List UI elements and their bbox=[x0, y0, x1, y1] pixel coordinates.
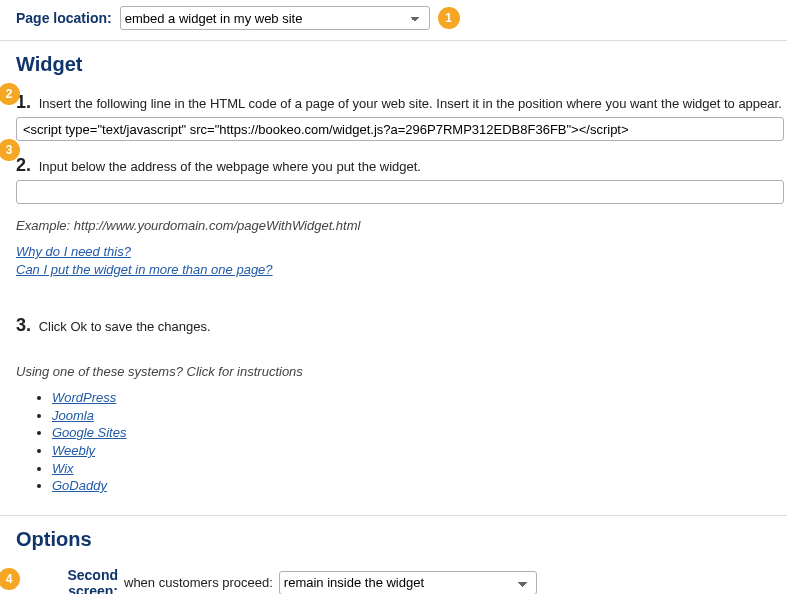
step-1-text: Insert the following line in the HTML co… bbox=[39, 96, 782, 111]
second-screen-sub: when customers proceed: bbox=[124, 575, 273, 590]
link-multiple-pages[interactable]: Can I put the widget in more than one pa… bbox=[16, 262, 273, 277]
list-item: Google Sites bbox=[52, 424, 787, 442]
system-link-wix[interactable]: Wix bbox=[52, 461, 74, 476]
step-2-text: Input below the address of the webpage w… bbox=[39, 159, 421, 174]
system-link-wordpress[interactable]: WordPress bbox=[52, 390, 116, 405]
step-3-number: 3. bbox=[16, 315, 31, 335]
list-item: Wix bbox=[52, 460, 787, 478]
step-1: 1. Insert the following line in the HTML… bbox=[16, 92, 787, 141]
widget-title: Widget bbox=[16, 53, 787, 76]
example-text: Example: http://www.yourdomain.com/pageW… bbox=[16, 218, 787, 233]
address-input[interactable] bbox=[16, 180, 784, 204]
page-location-select[interactable]: embed a widget in my web site bbox=[120, 6, 430, 30]
system-link-google-sites[interactable]: Google Sites bbox=[52, 425, 126, 440]
systems-list: WordPress Joomla Google Sites Weebly Wix… bbox=[52, 389, 787, 494]
options-section: Options 4 Second screen: when customers … bbox=[0, 528, 787, 594]
step-3: 3. Click Ok to save the changes. bbox=[16, 315, 787, 336]
list-item: WordPress bbox=[52, 389, 787, 407]
system-link-weebly[interactable]: Weebly bbox=[52, 443, 95, 458]
list-item: Weebly bbox=[52, 442, 787, 460]
link-why-need[interactable]: Why do I need this? bbox=[16, 244, 131, 259]
systems-hint: Using one of these systems? Click for in… bbox=[16, 364, 787, 379]
help-links: Why do I need this? Can I put the widget… bbox=[16, 243, 787, 279]
second-screen-label: Second screen: bbox=[16, 567, 118, 594]
script-input[interactable] bbox=[16, 117, 784, 141]
annotation-badge-1: 1 bbox=[438, 7, 460, 29]
options-title: Options bbox=[16, 528, 787, 551]
page-location-label: Page location: bbox=[16, 10, 112, 26]
step-2-number: 2. bbox=[16, 155, 31, 175]
second-screen-row: Second screen: when customers proceed: r… bbox=[16, 567, 787, 594]
second-screen-select[interactable]: remain inside the widget bbox=[279, 571, 537, 594]
topbar: Page location: embed a widget in my web … bbox=[0, 0, 787, 41]
step-2: 2. Input below the address of the webpag… bbox=[16, 155, 787, 204]
list-item: Joomla bbox=[52, 407, 787, 425]
system-link-godaddy[interactable]: GoDaddy bbox=[52, 478, 107, 493]
widget-section: Widget 2 3 1. Insert the following line … bbox=[0, 53, 787, 495]
annotation-badge-4: 4 bbox=[0, 568, 20, 590]
system-link-joomla[interactable]: Joomla bbox=[52, 408, 94, 423]
step-3-text: Click Ok to save the changes. bbox=[39, 319, 211, 334]
divider bbox=[0, 515, 787, 516]
list-item: GoDaddy bbox=[52, 477, 787, 495]
